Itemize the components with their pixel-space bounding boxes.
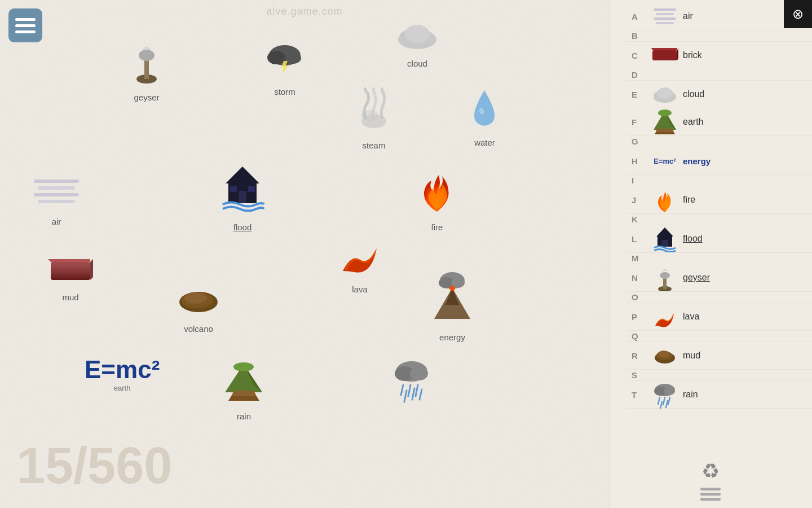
rain-sidebar-icon [651, 383, 678, 406]
sidebar-geyser-label: geyser [683, 273, 710, 283]
svg-line-80 [663, 397, 665, 405]
svg-rect-53 [654, 17, 676, 20]
sidebar-list: A air B C [626, 0, 812, 508]
svg-rect-15 [38, 186, 75, 190]
svg-marker-26 [48, 259, 90, 262]
sidebar-letter-n: N [632, 273, 646, 283]
sidebar-item-rain[interactable]: T rain [626, 381, 812, 409]
sidebar: ⊗ A air B C [609, 0, 812, 508]
svg-marker-41 [228, 396, 259, 401]
flood-canvas-label: flood [233, 222, 252, 232]
sidebar-bars[interactable] [700, 488, 721, 501]
sidebar-item-lava[interactable]: P lava [626, 303, 812, 331]
canvas-element-storm[interactable]: storm [265, 40, 304, 97]
sidebar-flood-label: flood [683, 234, 703, 244]
canvas-element-energy[interactable]: E=mc² earth [85, 356, 160, 392]
svg-marker-66 [655, 132, 675, 134]
sidebar-item-b: B [626, 30, 812, 42]
sidebar-rain-label: rain [683, 389, 698, 400]
sidebar-letter-h: H [632, 156, 646, 166]
sidebar-item-energy[interactable]: H E=mc² energy [626, 147, 812, 175]
svg-marker-40 [231, 391, 257, 396]
fire-canvas-label: fire [431, 222, 443, 232]
sidebar-letter-k: K [632, 214, 646, 224]
svg-point-39 [233, 362, 254, 371]
sidebar-letter-t: T [632, 390, 646, 400]
energy-sidebar-icon: E=mc² [651, 150, 678, 172]
main-canvas: alve.game.com geyser storm [0, 0, 609, 508]
canvas-element-lava[interactable]: lava [337, 231, 382, 294]
canvas-element-steam[interactable]: steam [354, 87, 394, 150]
sidebar-earth-label: earth [683, 117, 703, 127]
sidebar-item-earth[interactable]: F earth [626, 108, 812, 136]
canvas-element-rain[interactable] [391, 356, 433, 414]
svg-marker-27 [90, 259, 93, 280]
sidebar-item-brick[interactable]: C brick [626, 42, 812, 69]
sidebar-letter-d: D [632, 70, 646, 80]
canvas-element-fire[interactable]: fire [417, 164, 457, 232]
canvas-element-earth[interactable]: rain [223, 361, 265, 421]
brick-sidebar-icon [651, 44, 678, 67]
svg-marker-65 [656, 129, 674, 132]
svg-rect-21 [239, 191, 246, 203]
close-button[interactable]: ⊗ [784, 0, 812, 28]
lava-canvas-label: lava [352, 284, 368, 294]
sidebar-item-i: I [626, 175, 812, 186]
steam-canvas-icon [354, 87, 394, 138]
menu-line-1 [15, 18, 36, 21]
volcano-canvas-icon [430, 268, 475, 330]
volcano-canvas-label: energy [439, 332, 465, 342]
canvas-element-cloud[interactable]: cloud [395, 20, 440, 68]
canvas-element-brick[interactable]: mud [48, 254, 93, 302]
svg-rect-69 [661, 240, 668, 247]
svg-point-44 [410, 367, 428, 380]
svg-point-36 [449, 286, 455, 291]
menu-line-2 [15, 24, 36, 27]
watermark: alve.game.com [266, 6, 342, 17]
menu-line-3 [15, 30, 36, 33]
svg-rect-17 [38, 200, 75, 203]
canvas-element-water[interactable]: water [469, 87, 500, 147]
element-counter: 15/560 [17, 440, 172, 491]
sidebar-item-flood[interactable]: L flood [626, 225, 812, 253]
energy-canvas-icon: E=mc² [85, 356, 160, 384]
svg-rect-55 [652, 50, 677, 60]
canvas-element-flood[interactable]: flood [220, 164, 265, 232]
svg-point-72 [660, 272, 670, 279]
svg-point-4 [267, 51, 285, 64]
sidebar-letter-l: L [632, 234, 646, 244]
water-canvas-label: water [474, 138, 495, 147]
sidebar-air-label: air [683, 11, 693, 21]
brick-canvas-label: mud [62, 292, 78, 302]
svg-point-75 [658, 351, 669, 357]
canvas-element-air[interactable]: air [31, 175, 82, 226]
sidebar-letter-f: F [632, 117, 646, 127]
sidebar-item-geyser[interactable]: N geyser [626, 264, 812, 292]
sidebar-lava-label: lava [683, 312, 699, 322]
sidebar-energy-label: energy [683, 156, 710, 166]
recycle-button[interactable]: ♻ [701, 459, 720, 483]
cloud-sidebar-icon [651, 83, 678, 106]
sidebar-cloud-label: cloud [683, 89, 704, 99]
sidebar-letter-c: C [632, 51, 646, 60]
svg-line-48 [404, 391, 407, 402]
svg-marker-67 [656, 227, 673, 237]
sidebar-letter-g: G [632, 137, 646, 146]
svg-rect-14 [34, 179, 79, 183]
sidebar-item-d: D [626, 69, 812, 81]
canvas-element-mud[interactable]: volcano [176, 282, 221, 334]
sidebar-item-fire[interactable]: J fire [626, 186, 812, 214]
canvas-element-geyser[interactable]: geyser [130, 40, 164, 102]
sidebar-item-mud[interactable]: R mud [626, 342, 812, 370]
earth-canvas-icon [223, 361, 265, 409]
flood-sidebar-icon [651, 227, 678, 250]
svg-rect-22 [230, 186, 237, 192]
svg-marker-18 [226, 167, 259, 183]
menu-button[interactable] [8, 8, 42, 42]
svg-rect-51 [654, 8, 676, 11]
sidebar-item-s: S [626, 370, 812, 381]
sidebar-letter-s: S [632, 370, 646, 380]
sidebar-item-g: G [626, 136, 812, 147]
sidebar-item-cloud[interactable]: E cloud [626, 81, 812, 108]
canvas-element-volcano[interactable]: energy [430, 268, 475, 342]
